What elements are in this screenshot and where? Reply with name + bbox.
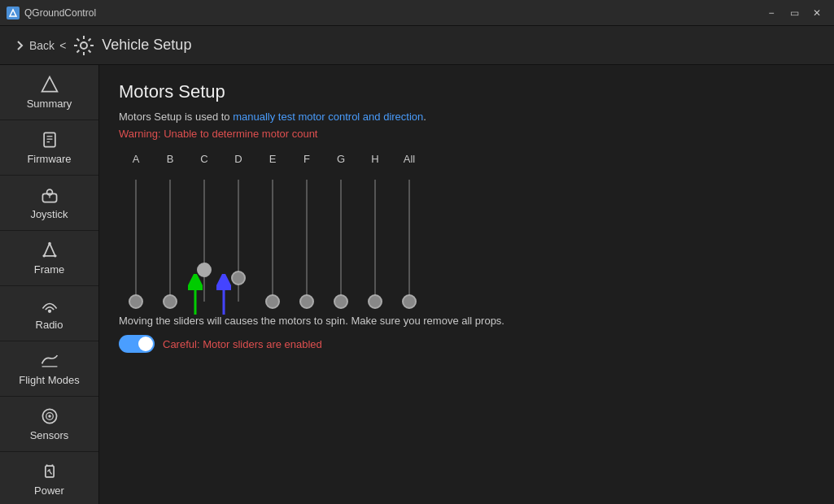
- slider-b-thumb[interactable]: [163, 294, 177, 309]
- sidebar-item-flight-modes[interactable]: Flight Modes: [0, 341, 98, 397]
- slider-c-column: C: [187, 153, 221, 302]
- slider-g-label: G: [337, 153, 345, 165]
- bottom-section: Moving the sliders will causes the motor…: [119, 315, 814, 353]
- content-desc-highlight: manually test motor control and directio…: [233, 111, 423, 123]
- sidebar-label-flight-modes: Flight Modes: [19, 374, 79, 386]
- sidebar: Summary Firmware Joystick: [0, 65, 99, 504]
- sidebar-label-radio: Radio: [36, 319, 63, 331]
- sidebar-label-summary: Summary: [27, 98, 72, 110]
- back-separator: <: [59, 39, 66, 52]
- svg-point-24: [47, 310, 50, 313]
- sidebar-item-frame[interactable]: Frame: [0, 231, 98, 286]
- sidebar-item-sensors[interactable]: Sensors: [0, 397, 98, 452]
- slider-b-column: B: [153, 153, 187, 302]
- app-icon: [7, 7, 20, 20]
- restore-button[interactable]: ▭: [784, 5, 805, 21]
- slider-f-label: F: [303, 153, 310, 165]
- back-label: Back: [29, 39, 55, 52]
- svg-point-23: [54, 254, 56, 257]
- svg-line-7: [89, 50, 91, 52]
- slider-d-label: D: [234, 153, 242, 165]
- careful-text: Careful: Motor sliders are enabled: [163, 338, 322, 350]
- minimize-button[interactable]: −: [761, 5, 782, 21]
- slider-all-label: All: [404, 153, 415, 165]
- svg-rect-11: [44, 133, 55, 146]
- sensors-icon: [38, 406, 61, 426]
- slider-g-column: G: [324, 153, 358, 302]
- sidebar-item-summary[interactable]: Summary: [0, 65, 98, 120]
- svg-point-28: [48, 415, 50, 417]
- slider-b-track-container: [169, 172, 171, 302]
- slider-c-track-container: [203, 172, 205, 302]
- slider-e-thumb[interactable]: [265, 294, 280, 309]
- radio-icon: [38, 296, 61, 315]
- svg-line-6: [77, 38, 80, 41]
- svg-line-18: [44, 243, 50, 255]
- content-desc-prefix: Motors Setup is used to: [119, 111, 233, 123]
- slider-f-track: [306, 180, 308, 302]
- sidebar-item-firmware[interactable]: Firmware: [0, 120, 98, 176]
- svg-line-9: [77, 50, 80, 52]
- motor-enable-toggle[interactable]: [119, 335, 155, 353]
- svg-point-22: [42, 254, 45, 257]
- firmware-icon: [38, 130, 61, 150]
- slider-d-column: D: [221, 153, 255, 302]
- slider-a-label: A: [133, 153, 140, 165]
- top-bar: Back < Vehicle Setup: [0, 26, 834, 65]
- summary-icon: [38, 75, 61, 94]
- flight-modes-icon: [38, 351, 61, 371]
- slider-h-thumb[interactable]: [368, 294, 382, 309]
- sidebar-item-radio[interactable]: Radio: [0, 286, 98, 341]
- slider-g-thumb[interactable]: [334, 294, 348, 309]
- slider-a-thumb[interactable]: [129, 294, 143, 309]
- slider-h-label: H: [371, 153, 378, 165]
- sidebar-label-sensors: Sensors: [30, 429, 69, 441]
- slider-g-track: [340, 180, 342, 302]
- slider-c-thumb[interactable]: [197, 263, 212, 277]
- title-bar: QGroundControl − ▭ ✕: [0, 0, 834, 26]
- slider-a-column: A: [119, 153, 153, 302]
- back-button[interactable]: Back <: [13, 39, 66, 52]
- bottom-text: Moving the sliders will causes the motor…: [119, 315, 526, 327]
- sidebar-label-joystick: Joystick: [30, 208, 68, 220]
- page-title: Vehicle Setup: [102, 37, 191, 54]
- app-name: QGroundControl: [24, 7, 96, 19]
- slider-all-column: All: [392, 153, 426, 302]
- content-area: Motors Setup Motors Setup is used to man…: [99, 65, 834, 504]
- close-button[interactable]: ✕: [806, 5, 827, 21]
- title-bar-left: QGroundControl: [7, 7, 96, 20]
- slider-b-track: [169, 180, 171, 302]
- sidebar-label-frame: Frame: [34, 263, 65, 276]
- svg-line-8: [89, 38, 91, 41]
- content-title: Motors Setup: [119, 81, 814, 102]
- slider-f-thumb[interactable]: [299, 294, 314, 309]
- slider-e-column: E: [255, 153, 290, 302]
- slider-d-track-container: [238, 172, 239, 302]
- slider-e-track: [272, 180, 273, 302]
- title-bar-controls: − ▭ ✕: [761, 5, 827, 21]
- svg-point-1: [81, 42, 87, 49]
- slider-g-track-container: [340, 172, 342, 302]
- toggle-knob: [138, 337, 153, 351]
- slider-d-thumb[interactable]: [231, 271, 246, 285]
- sidebar-item-joystick[interactable]: Joystick: [0, 176, 98, 231]
- slider-b-label: B: [167, 153, 174, 165]
- warning-text: Warning: Unable to determine motor count: [119, 128, 814, 140]
- slider-e-track-container: [272, 172, 273, 302]
- slider-all-track-container: [408, 172, 410, 302]
- slider-h-track: [374, 180, 376, 302]
- sidebar-label-power: Power: [34, 484, 64, 497]
- slider-a-track-container: [135, 172, 137, 302]
- sidebar-label-firmware: Firmware: [27, 153, 71, 165]
- slider-c-track: [203, 180, 205, 302]
- sidebar-item-power[interactable]: Power: [0, 452, 98, 504]
- svg-marker-0: [10, 10, 16, 16]
- gear-icon: [72, 34, 95, 57]
- svg-line-19: [50, 243, 55, 255]
- svg-point-21: [48, 242, 50, 245]
- slider-all-thumb[interactable]: [402, 294, 417, 309]
- slider-f-track-container: [306, 172, 308, 302]
- power-icon: [38, 462, 61, 481]
- joystick-icon: [38, 185, 61, 205]
- slider-h-track-container: [374, 172, 376, 302]
